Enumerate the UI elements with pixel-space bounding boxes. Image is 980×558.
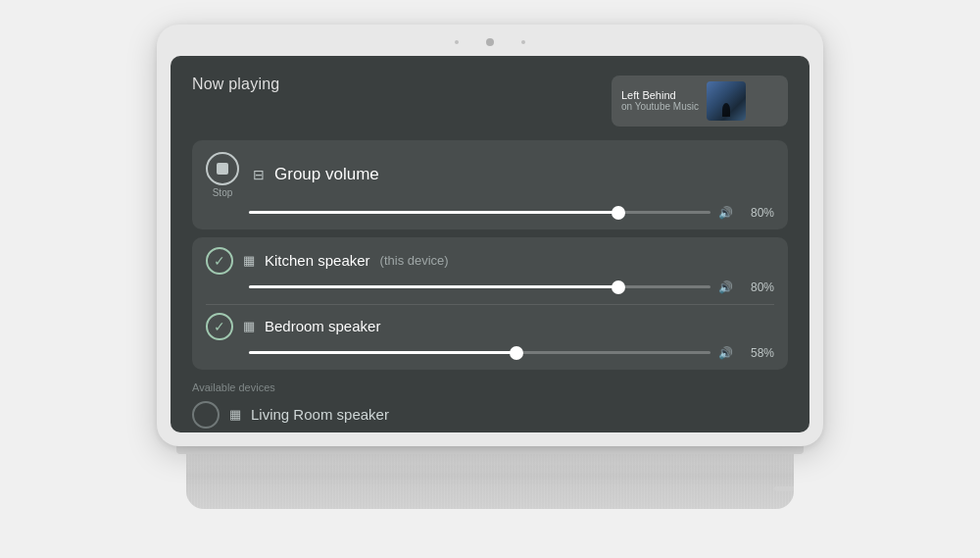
volume-icon-kitchen: 🔊	[718, 280, 733, 294]
group-volume-thumb[interactable]	[612, 206, 625, 220]
kitchen-volume-fill	[249, 285, 618, 288]
screen: Now playing Left Behind on Youtube Music	[171, 56, 809, 432]
now-playing-title: Now playing	[192, 76, 279, 93]
kitchen-volume-pct: 80%	[741, 280, 774, 294]
mic-dot-left	[455, 40, 459, 44]
living-room-row: ▦ Living Room speaker	[192, 401, 788, 429]
volume-icon-group: 🔊	[718, 206, 733, 220]
now-playing-header: Now playing Left Behind on Youtube Music	[192, 76, 788, 127]
kitchen-speaker-name: Kitchen speaker	[265, 252, 370, 269]
base-body	[186, 454, 794, 509]
device-frame: Now playing Left Behind on Youtube Music	[157, 25, 823, 446]
google-nest-hub-device: Now playing Left Behind on Youtube Music	[108, 25, 872, 534]
bedroom-slider-row: 🔊 58%	[206, 346, 774, 360]
group-volume-slider-row: 🔊 80%	[206, 206, 774, 220]
group-volume-fill	[249, 211, 618, 214]
device-base	[157, 440, 823, 509]
stop-button[interactable]	[206, 152, 239, 185]
thumbnail-figure	[722, 103, 730, 117]
living-room-speaker-name: Living Room speaker	[251, 406, 389, 423]
cast-icon: ⊟	[253, 167, 265, 182]
camera	[486, 38, 494, 46]
bedroom-speaker-icon: ▦	[243, 319, 255, 333]
song-thumbnail	[707, 81, 746, 121]
available-devices-label: Available devices	[192, 381, 788, 393]
power-cable	[774, 486, 794, 491]
bedroom-volume-fill	[249, 351, 516, 354]
song-info: Left Behind on Youtube Music	[621, 89, 699, 112]
group-volume-track[interactable]	[249, 211, 710, 214]
top-bezel	[157, 25, 823, 60]
bedroom-speaker-row-top: ✓ ▦ Bedroom speaker	[206, 313, 774, 340]
mic-dot-right	[521, 40, 525, 44]
active-speakers-section: ✓ ▦ Kitchen speaker (this device) 🔊 80%	[192, 237, 788, 370]
group-volume-section: Stop ⊟ Group volume 🔊 80%	[192, 140, 788, 229]
group-volume-label: Group volume	[274, 165, 379, 184]
song-title: Left Behind	[621, 89, 699, 101]
living-room-speaker-icon: ▦	[229, 407, 241, 422]
stop-label: Stop	[213, 187, 233, 198]
bedroom-speaker-name: Bedroom speaker	[265, 318, 380, 334]
group-volume-pct: 80%	[741, 206, 774, 220]
bedroom-volume-thumb[interactable]	[510, 346, 523, 360]
kitchen-speaker-row: ✓ ▦ Kitchen speaker (this device) 🔊 80%	[206, 247, 774, 294]
kitchen-volume-thumb[interactable]	[612, 280, 625, 294]
kitchen-check-circle[interactable]: ✓	[206, 247, 233, 275]
kitchen-speaker-icon: ▦	[243, 253, 255, 268]
kitchen-this-device: (this device)	[380, 253, 449, 268]
kitchen-check-icon: ✓	[214, 254, 225, 268]
available-devices-section: Available devices ▦ Living Room speaker	[192, 378, 788, 429]
kitchen-volume-track[interactable]	[249, 285, 710, 288]
bedroom-volume-pct: 58%	[741, 346, 774, 360]
speaker-divider	[206, 304, 774, 305]
living-room-add-circle[interactable]	[192, 401, 220, 429]
group-volume-row: Stop ⊟ Group volume	[206, 152, 774, 198]
song-card[interactable]: Left Behind on Youtube Music	[612, 76, 788, 127]
kitchen-speaker-row-top: ✓ ▦ Kitchen speaker (this device)	[206, 247, 774, 275]
volume-icon-bedroom: 🔊	[718, 346, 733, 360]
song-source: on Youtube Music	[621, 101, 699, 112]
kitchen-slider-row: 🔊 80%	[206, 280, 774, 294]
bedroom-volume-track[interactable]	[249, 351, 710, 354]
stop-icon	[217, 163, 228, 175]
bedroom-check-icon: ✓	[214, 320, 225, 333]
bedroom-speaker-row: ✓ ▦ Bedroom speaker 🔊 58%	[206, 313, 774, 360]
bedroom-check-circle[interactable]: ✓	[206, 313, 233, 340]
stop-button-wrapper: Stop	[206, 152, 239, 198]
